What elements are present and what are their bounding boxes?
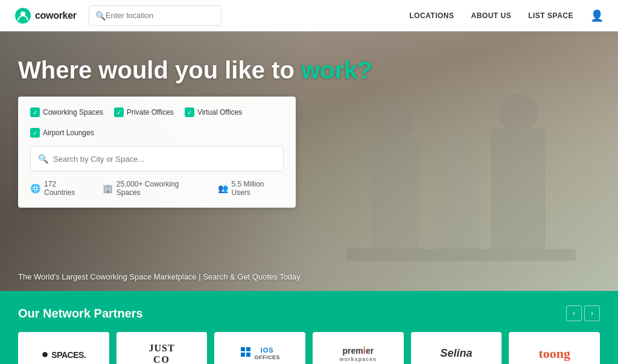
chip-private[interactable]: ✓ Private Offices <box>114 107 174 117</box>
partner-toong-logo: toong <box>538 346 570 362</box>
hero-headline: Where would you like to work? <box>18 56 600 85</box>
user-account-icon[interactable]: 👤 <box>590 9 604 22</box>
main-nav: LOCATIONS ABOUT US LIST SPACE 👤 <box>409 9 604 22</box>
logo-link[interactable]: coworker <box>14 7 77 24</box>
partner-premier-logo: premier workspaces <box>340 345 377 363</box>
partner-card-spaces[interactable]: ● SPACES. <box>18 332 109 364</box>
nav-about-us[interactable]: ABOUT US <box>471 11 512 20</box>
hero-title-accent: work? <box>301 57 372 83</box>
stat-spaces-label: 25,000+ Coworking Spaces <box>116 180 203 197</box>
chip-check-virtual: ✓ <box>185 107 194 117</box>
city-search-input-wrapper: 🔍 <box>30 146 284 171</box>
nav-locations[interactable]: LOCATIONS <box>409 11 454 20</box>
brand-name: coworker <box>35 10 77 21</box>
chip-check-airport: ✓ <box>30 128 40 138</box>
partner-card-toong[interactable]: toong <box>509 332 600 364</box>
carousel-arrows: ‹ › <box>566 305 600 321</box>
countries-icon: 🌐 <box>30 184 40 193</box>
city-search-input[interactable] <box>53 155 276 164</box>
partner-card-ios[interactable]: IOS OFFICES <box>214 332 305 364</box>
partner-ios-logo: IOS OFFICES <box>240 346 280 361</box>
chip-check-private: ✓ <box>114 107 124 117</box>
hero-title-prefix: Where would you like to <box>18 57 301 83</box>
header-search-icon: 🔍 <box>95 11 106 21</box>
header-search-input[interactable] <box>106 11 214 20</box>
carousel-prev-button[interactable]: ‹ <box>566 305 582 321</box>
svg-rect-11 <box>241 353 245 357</box>
stat-countries-label: 172 Countries <box>44 180 88 197</box>
stats-row: 🌐 172 Countries 🏢 25,000+ Coworking Spac… <box>30 180 284 197</box>
stat-spaces: 🏢 25,000+ Coworking Spaces <box>103 180 203 197</box>
logo-icon <box>14 7 31 24</box>
city-search-icon: 🔍 <box>38 154 48 164</box>
partners-section-title: Our Network Partners <box>18 307 143 321</box>
partner-spaces-logo: ● SPACES. <box>41 346 86 361</box>
header-search-box: 🔍 <box>89 5 221 26</box>
partner-selina-logo: Selina <box>441 347 473 360</box>
hero-section: Where would you like to work? ✓ Coworkin… <box>0 31 618 291</box>
svg-rect-9 <box>241 347 245 351</box>
filter-chips: ✓ Coworking Spaces ✓ Private Offices ✓ V… <box>30 107 284 138</box>
hero-content: Where would you like to work? ✓ Coworkin… <box>0 31 618 291</box>
chip-coworking-label: Coworking Spaces <box>43 108 103 117</box>
nav-list-space[interactable]: LIST SPACE <box>528 11 573 20</box>
stat-countries: 🌐 172 Countries <box>30 180 88 197</box>
ios-logo-icon <box>240 347 252 360</box>
stat-users: 👥 5.5 Million Users <box>218 180 284 197</box>
chip-virtual-label: Virtual Offices <box>197 108 242 117</box>
chip-airport[interactable]: ✓ Airport Lounges <box>30 128 94 138</box>
chip-private-label: Private Offices <box>127 108 174 117</box>
chip-check-coworking: ✓ <box>30 107 40 117</box>
chip-virtual[interactable]: ✓ Virtual Offices <box>185 107 242 117</box>
partner-justco-logo: JustCO <box>148 342 174 364</box>
partner-card-justco[interactable]: JustCO <box>116 332 208 364</box>
partners-header: Our Network Partners ‹ › <box>18 305 600 321</box>
svg-rect-12 <box>246 353 250 357</box>
spaces-icon: 🏢 <box>103 184 113 193</box>
carousel-next-button[interactable]: › <box>584 305 600 321</box>
partner-card-selina[interactable]: Selina <box>411 332 502 364</box>
stat-users-label: 5.5 Million Users <box>232 180 284 197</box>
hero-tagline: The World's Largest Coworking Space Mark… <box>18 272 301 281</box>
users-icon: 👥 <box>218 184 228 193</box>
chip-airport-label: Airport Lounges <box>43 129 94 137</box>
chip-coworking[interactable]: ✓ Coworking Spaces <box>30 107 103 117</box>
site-header: coworker 🔍 LOCATIONS ABOUT US LIST SPACE… <box>0 0 618 31</box>
partner-card-premier[interactable]: premier workspaces <box>313 332 404 364</box>
svg-rect-10 <box>246 347 250 351</box>
main-search-box: ✓ Coworking Spaces ✓ Private Offices ✓ V… <box>18 97 296 208</box>
partner-logos-row: ● SPACES. JustCO IOS OFFIC <box>18 332 600 364</box>
partners-section: Our Network Partners ‹ › ● SPACES. JustC… <box>0 291 618 364</box>
